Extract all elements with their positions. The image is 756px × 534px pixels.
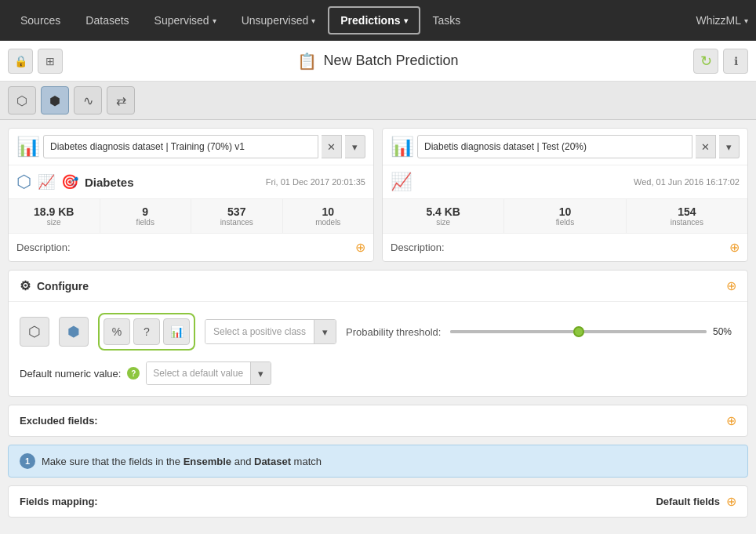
left-stat-fields: 9 fields (100, 199, 192, 233)
right-panel-chart-icon: 📈 (391, 172, 412, 192)
left-stat-instances-label: instances (198, 218, 276, 227)
left-stat-models: 10 models (283, 199, 374, 233)
model-btn-1[interactable]: ⬡ (20, 317, 49, 347)
positive-class-arrow[interactable]: ▾ (314, 320, 336, 343)
right-panel-date: Wed, 01 Jun 2016 16:17:02 (634, 177, 740, 187)
excluded-fields-toggle[interactable]: ⊕ (726, 413, 736, 428)
left-stat-instances: 537 instances (191, 199, 283, 233)
header-left-icons: 🔒 ⊞ (8, 49, 63, 74)
info-icon[interactable]: ℹ (723, 49, 748, 74)
positive-class-value: Select a positive class (205, 320, 314, 343)
left-panel-chart-icon: 📈 (38, 173, 55, 191)
right-panel-dropdown-btn[interactable]: ▾ (719, 135, 740, 158)
default-label: Default numeric value: (20, 368, 121, 380)
toolbar: ⬡ ⬢ ∿ ⇄ (0, 82, 756, 120)
right-stat-size-label: size (389, 218, 497, 227)
right-stat-size-value: 5.4 KB (389, 205, 497, 218)
left-stat-instances-value: 537 (198, 205, 276, 218)
fields-mapping-label: Fields mapping: (20, 496, 98, 507)
nav-item-predictions[interactable]: Predictions▾ (328, 6, 420, 35)
right-stat-fields: 10 fields (504, 199, 626, 233)
model-btn-2[interactable]: ⬢ (59, 317, 89, 347)
right-panel-stats: 5.4 KB size 10 fields 154 instances (383, 199, 747, 234)
right-stat-fields-value: 10 (511, 205, 619, 218)
nav-item-unsupervised[interactable]: Unsupervised▾ (229, 0, 329, 41)
toolbar-btn-4[interactable]: ⇄ (107, 86, 135, 114)
lock-icon[interactable]: 🔒 (8, 49, 33, 74)
left-stat-size: 18.9 KB size (9, 199, 100, 233)
highlight-group: % ? 📊 (98, 313, 195, 351)
info-number: 1 (20, 453, 35, 469)
right-panel-dataset-icon: 📊 (391, 136, 414, 158)
left-panel-close-btn[interactable]: ✕ (322, 135, 342, 158)
panels-row: 📊 Diabetes diagnosis dataset | Training … (8, 128, 748, 262)
configure-gear-icon: ⚙ (20, 278, 31, 293)
default-value-text: Select a default value (147, 362, 250, 384)
left-panel-meta: ⬡ 📈 🎯 Diabetes Fri, 01 Dec 2017 20:01:35 (9, 165, 373, 199)
left-panel-date: Fri, 01 Dec 2017 20:01:35 (266, 177, 365, 187)
right-panel-meta: 📈 Wed, 01 Jun 2016 16:17:02 (383, 165, 747, 199)
fields-mapping-right: Default fields ⊕ (656, 494, 736, 509)
highlight-btn-question[interactable]: ? (133, 318, 160, 345)
right-stat-instances-label: instances (633, 218, 741, 227)
toolbar-btn-1[interactable]: ⬡ (8, 86, 36, 114)
header-right-icons: ↻ ℹ (693, 49, 748, 74)
right-stat-size: 5.4 KB size (383, 199, 504, 233)
right-desc-toggle[interactable]: ⊕ (729, 240, 740, 255)
right-stat-fields-label: fields (511, 218, 619, 227)
excluded-fields-label: Excluded fields: (20, 415, 98, 427)
nav-item-tasks[interactable]: Tasks (420, 0, 474, 41)
left-panel-header: 📊 Diabetes diagnosis dataset | Training … (9, 129, 373, 165)
configure-collapse-btn[interactable]: ⊕ (726, 278, 736, 293)
left-panel-name: Diabetes (85, 176, 260, 189)
configure-title: ⚙ Configure (20, 278, 89, 293)
nav-item-supervised[interactable]: Supervised▾ (142, 0, 229, 41)
right-stat-instances-value: 154 (633, 205, 741, 218)
right-panel-select[interactable]: Diabetis diagnosis dataset | Test (20%) (417, 135, 692, 158)
left-stat-fields-value: 9 (107, 205, 185, 218)
highlight-btn-chart[interactable]: 📊 (163, 318, 190, 345)
left-panel: 📊 Diabetes diagnosis dataset | Training … (8, 128, 374, 262)
nav-item-datasets[interactable]: Datasets (73, 0, 141, 41)
header-title: 📋 New Batch Prediction (297, 52, 458, 71)
grid-icon[interactable]: ⊞ (38, 49, 63, 74)
left-stat-models-value: 10 (289, 205, 368, 218)
highlight-btn-percentage[interactable]: % (104, 318, 130, 345)
default-value-select[interactable]: Select a default value ▾ (146, 361, 271, 385)
right-stat-instances: 154 instances (627, 199, 747, 233)
header-bar: 🔒 ⊞ 📋 New Batch Prediction ↻ ℹ (0, 41, 756, 82)
left-panel-target-icon: 🎯 (61, 173, 78, 191)
default-value-arrow[interactable]: ▾ (250, 362, 271, 384)
nav-whizzml[interactable]: WhizzML▾ (696, 14, 748, 27)
left-panel-desc: Description: ⊕ (9, 234, 373, 261)
nav-item-sources[interactable]: Sources (8, 0, 73, 41)
configure-header: ⚙ Configure ⊕ (9, 271, 747, 302)
excluded-fields-section: Excluded fields: ⊕ (8, 405, 748, 437)
batch-prediction-icon: 📋 (297, 52, 317, 71)
configure-section: ⚙ Configure ⊕ ⬡ ⬢ % ? 📊 Select a positiv… (8, 270, 748, 397)
right-panel-close-btn[interactable]: ✕ (696, 135, 716, 158)
help-icon[interactable]: ? (127, 367, 140, 380)
info-bar: 1 Make sure that the fields in the Ensem… (8, 445, 748, 478)
left-panel-ensemble-icon: ⬡ (16, 172, 31, 192)
default-row: Default numeric value: ? Select a defaul… (9, 361, 747, 396)
toolbar-btn-3[interactable]: ∿ (74, 86, 102, 114)
fields-mapping-section: Fields mapping: Default fields ⊕ (8, 485, 748, 518)
info-text: Make sure that the fields in the Ensembl… (42, 456, 322, 467)
prob-slider-thumb[interactable] (573, 326, 584, 337)
prob-slider-wrapper: 50% (450, 326, 736, 337)
fields-mapping-value: Default fields (656, 496, 720, 507)
left-desc-toggle[interactable]: ⊕ (355, 240, 365, 255)
right-panel-header: 📊 Diabetis diagnosis dataset | Test (20%… (383, 129, 747, 165)
toolbar-btn-2[interactable]: ⬢ (41, 86, 69, 114)
left-panel-stats: 18.9 KB size 9 fields 537 instances 10 m… (9, 199, 373, 234)
left-panel-dataset-icon: 📊 (16, 136, 40, 158)
positive-class-select[interactable]: Select a positive class ▾ (205, 319, 336, 344)
left-panel-dropdown-btn[interactable]: ▾ (345, 135, 365, 158)
prob-slider[interactable] (450, 330, 707, 333)
left-panel-select[interactable]: Diabetes diagnosis dataset | Training (7… (43, 135, 318, 158)
prob-value: 50% (713, 326, 736, 337)
fields-mapping-toggle[interactable]: ⊕ (726, 494, 736, 509)
right-panel-desc: Description: ⊕ (383, 234, 747, 261)
refresh-icon[interactable]: ↻ (693, 49, 718, 74)
